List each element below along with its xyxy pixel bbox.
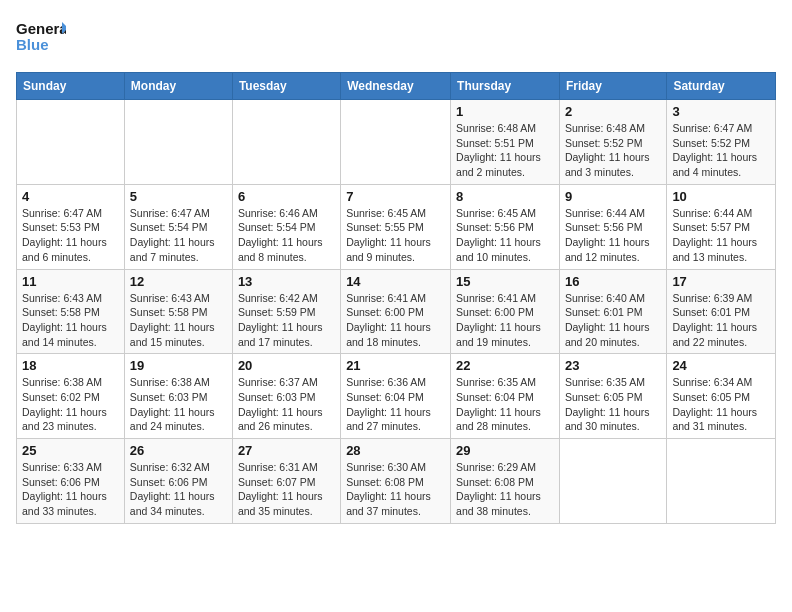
- day-info: Sunrise: 6:45 AM Sunset: 5:55 PM Dayligh…: [346, 206, 445, 265]
- calendar-cell: 14Sunrise: 6:41 AM Sunset: 6:00 PM Dayli…: [341, 269, 451, 354]
- day-number: 13: [238, 274, 335, 289]
- day-number: 8: [456, 189, 554, 204]
- calendar-cell: 8Sunrise: 6:45 AM Sunset: 5:56 PM Daylig…: [451, 184, 560, 269]
- weekday-header-friday: Friday: [559, 73, 666, 100]
- week-row-1: 1Sunrise: 6:48 AM Sunset: 5:51 PM Daylig…: [17, 100, 776, 185]
- calendar-cell: 15Sunrise: 6:41 AM Sunset: 6:00 PM Dayli…: [451, 269, 560, 354]
- day-info: Sunrise: 6:36 AM Sunset: 6:04 PM Dayligh…: [346, 375, 445, 434]
- calendar-cell: 17Sunrise: 6:39 AM Sunset: 6:01 PM Dayli…: [667, 269, 776, 354]
- day-info: Sunrise: 6:37 AM Sunset: 6:03 PM Dayligh…: [238, 375, 335, 434]
- calendar-cell: 7Sunrise: 6:45 AM Sunset: 5:55 PM Daylig…: [341, 184, 451, 269]
- day-info: Sunrise: 6:46 AM Sunset: 5:54 PM Dayligh…: [238, 206, 335, 265]
- day-number: 25: [22, 443, 119, 458]
- day-info: Sunrise: 6:33 AM Sunset: 6:06 PM Dayligh…: [22, 460, 119, 519]
- calendar-table: SundayMondayTuesdayWednesdayThursdayFrid…: [16, 72, 776, 524]
- calendar-cell: 16Sunrise: 6:40 AM Sunset: 6:01 PM Dayli…: [559, 269, 666, 354]
- day-info: Sunrise: 6:32 AM Sunset: 6:06 PM Dayligh…: [130, 460, 227, 519]
- calendar-cell: 11Sunrise: 6:43 AM Sunset: 5:58 PM Dayli…: [17, 269, 125, 354]
- day-info: Sunrise: 6:47 AM Sunset: 5:53 PM Dayligh…: [22, 206, 119, 265]
- logo-svg: General Blue: [16, 16, 66, 60]
- day-number: 18: [22, 358, 119, 373]
- calendar-cell: 5Sunrise: 6:47 AM Sunset: 5:54 PM Daylig…: [124, 184, 232, 269]
- calendar-cell: 28Sunrise: 6:30 AM Sunset: 6:08 PM Dayli…: [341, 439, 451, 524]
- page-header: General Blue: [16, 16, 776, 60]
- day-number: 9: [565, 189, 661, 204]
- day-info: Sunrise: 6:43 AM Sunset: 5:58 PM Dayligh…: [130, 291, 227, 350]
- day-number: 6: [238, 189, 335, 204]
- weekday-header-thursday: Thursday: [451, 73, 560, 100]
- day-number: 24: [672, 358, 770, 373]
- day-info: Sunrise: 6:47 AM Sunset: 5:54 PM Dayligh…: [130, 206, 227, 265]
- day-number: 27: [238, 443, 335, 458]
- calendar-cell: 6Sunrise: 6:46 AM Sunset: 5:54 PM Daylig…: [232, 184, 340, 269]
- day-number: 3: [672, 104, 770, 119]
- calendar-cell: 23Sunrise: 6:35 AM Sunset: 6:05 PM Dayli…: [559, 354, 666, 439]
- day-info: Sunrise: 6:38 AM Sunset: 6:02 PM Dayligh…: [22, 375, 119, 434]
- day-info: Sunrise: 6:30 AM Sunset: 6:08 PM Dayligh…: [346, 460, 445, 519]
- calendar-cell: 18Sunrise: 6:38 AM Sunset: 6:02 PM Dayli…: [17, 354, 125, 439]
- day-number: 1: [456, 104, 554, 119]
- calendar-cell: 1Sunrise: 6:48 AM Sunset: 5:51 PM Daylig…: [451, 100, 560, 185]
- day-info: Sunrise: 6:42 AM Sunset: 5:59 PM Dayligh…: [238, 291, 335, 350]
- day-info: Sunrise: 6:44 AM Sunset: 5:57 PM Dayligh…: [672, 206, 770, 265]
- calendar-cell: 24Sunrise: 6:34 AM Sunset: 6:05 PM Dayli…: [667, 354, 776, 439]
- day-number: 12: [130, 274, 227, 289]
- day-info: Sunrise: 6:40 AM Sunset: 6:01 PM Dayligh…: [565, 291, 661, 350]
- calendar-cell: [17, 100, 125, 185]
- calendar-cell: 21Sunrise: 6:36 AM Sunset: 6:04 PM Dayli…: [341, 354, 451, 439]
- day-info: Sunrise: 6:29 AM Sunset: 6:08 PM Dayligh…: [456, 460, 554, 519]
- day-number: 11: [22, 274, 119, 289]
- calendar-cell: 29Sunrise: 6:29 AM Sunset: 6:08 PM Dayli…: [451, 439, 560, 524]
- day-number: 19: [130, 358, 227, 373]
- calendar-cell: 25Sunrise: 6:33 AM Sunset: 6:06 PM Dayli…: [17, 439, 125, 524]
- week-row-4: 18Sunrise: 6:38 AM Sunset: 6:02 PM Dayli…: [17, 354, 776, 439]
- day-info: Sunrise: 6:48 AM Sunset: 5:52 PM Dayligh…: [565, 121, 661, 180]
- week-row-5: 25Sunrise: 6:33 AM Sunset: 6:06 PM Dayli…: [17, 439, 776, 524]
- day-number: 20: [238, 358, 335, 373]
- calendar-cell: 22Sunrise: 6:35 AM Sunset: 6:04 PM Dayli…: [451, 354, 560, 439]
- day-number: 22: [456, 358, 554, 373]
- day-info: Sunrise: 6:34 AM Sunset: 6:05 PM Dayligh…: [672, 375, 770, 434]
- day-number: 14: [346, 274, 445, 289]
- day-info: Sunrise: 6:41 AM Sunset: 6:00 PM Dayligh…: [456, 291, 554, 350]
- day-number: 17: [672, 274, 770, 289]
- day-info: Sunrise: 6:31 AM Sunset: 6:07 PM Dayligh…: [238, 460, 335, 519]
- day-info: Sunrise: 6:35 AM Sunset: 6:04 PM Dayligh…: [456, 375, 554, 434]
- day-info: Sunrise: 6:45 AM Sunset: 5:56 PM Dayligh…: [456, 206, 554, 265]
- day-info: Sunrise: 6:44 AM Sunset: 5:56 PM Dayligh…: [565, 206, 661, 265]
- day-number: 7: [346, 189, 445, 204]
- calendar-cell: [341, 100, 451, 185]
- day-number: 5: [130, 189, 227, 204]
- weekday-header-row: SundayMondayTuesdayWednesdayThursdayFrid…: [17, 73, 776, 100]
- day-info: Sunrise: 6:43 AM Sunset: 5:58 PM Dayligh…: [22, 291, 119, 350]
- day-number: 23: [565, 358, 661, 373]
- weekday-header-monday: Monday: [124, 73, 232, 100]
- day-info: Sunrise: 6:48 AM Sunset: 5:51 PM Dayligh…: [456, 121, 554, 180]
- calendar-cell: 10Sunrise: 6:44 AM Sunset: 5:57 PM Dayli…: [667, 184, 776, 269]
- calendar-cell: 26Sunrise: 6:32 AM Sunset: 6:06 PM Dayli…: [124, 439, 232, 524]
- svg-text:General: General: [16, 20, 66, 37]
- calendar-cell: 13Sunrise: 6:42 AM Sunset: 5:59 PM Dayli…: [232, 269, 340, 354]
- weekday-header-wednesday: Wednesday: [341, 73, 451, 100]
- calendar-cell: 27Sunrise: 6:31 AM Sunset: 6:07 PM Dayli…: [232, 439, 340, 524]
- calendar-cell: 20Sunrise: 6:37 AM Sunset: 6:03 PM Dayli…: [232, 354, 340, 439]
- calendar-cell: [232, 100, 340, 185]
- logo: General Blue: [16, 16, 66, 60]
- week-row-2: 4Sunrise: 6:47 AM Sunset: 5:53 PM Daylig…: [17, 184, 776, 269]
- calendar-cell: 9Sunrise: 6:44 AM Sunset: 5:56 PM Daylig…: [559, 184, 666, 269]
- day-number: 15: [456, 274, 554, 289]
- day-number: 26: [130, 443, 227, 458]
- day-info: Sunrise: 6:35 AM Sunset: 6:05 PM Dayligh…: [565, 375, 661, 434]
- day-number: 28: [346, 443, 445, 458]
- day-info: Sunrise: 6:41 AM Sunset: 6:00 PM Dayligh…: [346, 291, 445, 350]
- calendar-cell: 4Sunrise: 6:47 AM Sunset: 5:53 PM Daylig…: [17, 184, 125, 269]
- calendar-cell: 2Sunrise: 6:48 AM Sunset: 5:52 PM Daylig…: [559, 100, 666, 185]
- calendar-cell: [124, 100, 232, 185]
- svg-text:Blue: Blue: [16, 36, 49, 53]
- calendar-cell: 3Sunrise: 6:47 AM Sunset: 5:52 PM Daylig…: [667, 100, 776, 185]
- week-row-3: 11Sunrise: 6:43 AM Sunset: 5:58 PM Dayli…: [17, 269, 776, 354]
- day-info: Sunrise: 6:38 AM Sunset: 6:03 PM Dayligh…: [130, 375, 227, 434]
- weekday-header-sunday: Sunday: [17, 73, 125, 100]
- day-number: 29: [456, 443, 554, 458]
- day-info: Sunrise: 6:39 AM Sunset: 6:01 PM Dayligh…: [672, 291, 770, 350]
